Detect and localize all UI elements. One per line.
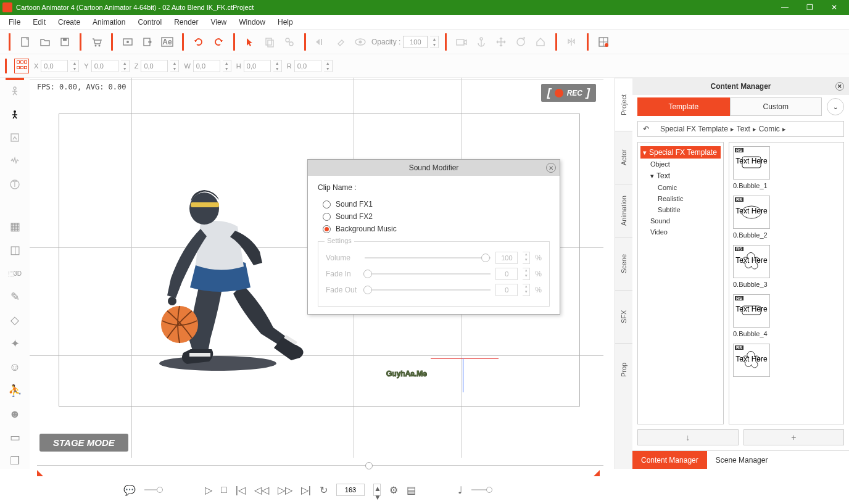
menu-edit[interactable]: Edit <box>27 16 52 28</box>
export-icon[interactable] <box>139 33 156 51</box>
btab-content-manager[interactable]: Content Manager <box>632 451 707 469</box>
frame-spinner[interactable]: ▲▼ <box>373 484 381 496</box>
tab-custom[interactable]: Custom <box>730 97 822 116</box>
spinner[interactable]: ▲▼ <box>324 60 333 72</box>
spinner[interactable]: ▲▼ <box>70 60 79 72</box>
spinner[interactable]: ▲▼ <box>273 60 282 72</box>
menu-create[interactable]: Create <box>52 16 86 28</box>
gear-icon[interactable]: ⚙ <box>389 484 398 496</box>
expand-icon[interactable]: ⌄ <box>827 98 844 115</box>
fadeout-slider[interactable] <box>365 289 491 291</box>
actor-tool-icon[interactable] <box>6 83 23 99</box>
crumb[interactable]: Text <box>737 125 750 133</box>
tree-item[interactable]: Realistic <box>640 193 721 204</box>
side-tab-prop[interactable]: Prop <box>615 343 632 396</box>
tool-icon[interactable]: ▭ <box>6 429 23 445</box>
ae-icon[interactable]: Ae <box>159 33 176 51</box>
crumb[interactable]: Special FX Template <box>660 125 728 133</box>
radio-bgmusic[interactable]: Background Music <box>318 223 550 235</box>
move-icon[interactable] <box>492 33 510 51</box>
play-back-icon[interactable] <box>312 33 329 51</box>
dialog-close-icon[interactable]: ✕ <box>546 163 556 173</box>
thumb-item[interactable]: RSText Here0.Bubble_3 <box>733 245 840 288</box>
maximize-button[interactable]: ❐ <box>797 0 822 15</box>
coord-x-input[interactable] <box>41 60 68 72</box>
fadein-input[interactable] <box>495 268 518 280</box>
loop-icon[interactable]: ↻ <box>320 484 328 496</box>
thumb-item[interactable]: RSText Here <box>733 344 840 377</box>
tree-item[interactable]: Video <box>640 226 721 238</box>
menu-control[interactable]: Control <box>131 16 168 28</box>
side-tab-project[interactable]: Project <box>615 78 632 131</box>
eye-icon[interactable] <box>352 33 369 51</box>
tree-item[interactable]: Comic <box>640 182 721 193</box>
spinner[interactable]: ▲▼ <box>170 60 179 72</box>
cart-icon[interactable] <box>88 33 105 51</box>
bone-tool-icon[interactable] <box>6 106 23 122</box>
mirror-icon[interactable] <box>563 33 581 51</box>
tool-icon[interactable]: ❐ <box>6 453 23 469</box>
canvas[interactable]: FPS: 0.00, AVG: 0.00 [REC] STAGE MODE <box>30 78 615 469</box>
tree-item[interactable]: Subtitle <box>640 204 721 215</box>
spinner[interactable]: ▲▼ <box>223 60 231 72</box>
download-button[interactable]: ↓ <box>637 429 739 445</box>
timeline-out-marker[interactable] <box>594 470 600 476</box>
grid-snap-icon[interactable] <box>14 59 29 73</box>
copy-icon[interactable] <box>261 33 278 51</box>
play-icon[interactable]: ▷ <box>205 484 212 496</box>
tree-item[interactable]: Object <box>640 159 721 170</box>
new-file-icon[interactable] <box>17 33 34 51</box>
coord-r-input[interactable] <box>294 60 321 72</box>
prev-frame-icon[interactable]: ◁◁ <box>254 484 269 496</box>
opacity-spinner[interactable]: ▲▼ <box>430 36 439 48</box>
breadcrumb[interactable]: ↶ Special FX Template▸ Text▸ Comic▸ <box>637 121 844 137</box>
thumb-item[interactable]: RSText Here0.Bubble_1 <box>733 146 840 189</box>
radio-soundfx1[interactable]: Sound FX1 <box>318 198 550 210</box>
first-frame-icon[interactable]: |◁ <box>236 484 246 496</box>
coord-w-input[interactable] <box>193 60 220 72</box>
frame-icon[interactable] <box>119 33 136 51</box>
side-tab-scene[interactable]: Scene <box>615 237 632 290</box>
coord-y-input[interactable] <box>91 60 118 72</box>
tool-icon[interactable]: ✎ <box>6 289 23 305</box>
last-frame-icon[interactable]: ▷| <box>301 484 311 496</box>
text-tool-icon[interactable]: T <box>6 176 23 192</box>
face-tool-icon[interactable]: ☺ <box>6 359 23 375</box>
music-note-icon[interactable]: ♩ <box>458 484 463 496</box>
link-icon[interactable] <box>281 33 298 51</box>
tab-template[interactable]: Template <box>637 97 730 116</box>
bubble-icon[interactable]: 💬 <box>123 484 136 496</box>
timeline-track[interactable] <box>37 465 603 469</box>
tool-icon[interactable]: ⛹ <box>6 382 23 399</box>
camera-icon[interactable] <box>453 33 470 51</box>
back-icon[interactable]: ↶ <box>643 125 649 133</box>
tree-item[interactable]: ▾ Text <box>640 170 721 182</box>
timeline-in-marker[interactable] <box>37 470 43 476</box>
fadeout-input[interactable] <box>495 284 518 296</box>
minimize-button[interactable]: — <box>772 0 797 15</box>
menu-animation[interactable]: Animation <box>86 16 131 28</box>
sprite-tool-icon[interactable] <box>6 130 23 146</box>
tool-3d-icon[interactable]: ⬚3D <box>6 265 23 281</box>
spinner[interactable]: ▲▼ <box>121 60 130 72</box>
tool-icon[interactable]: ☻ <box>6 406 23 422</box>
menu-window[interactable]: Window <box>233 16 271 28</box>
side-tab-actor[interactable]: Actor <box>615 131 632 184</box>
actor-player[interactable] <box>131 183 317 374</box>
close-button[interactable]: ✕ <box>822 0 847 15</box>
thumb-item[interactable]: RSText Here0.Bubble_4 <box>733 294 840 337</box>
redo-icon[interactable] <box>210 33 227 51</box>
opacity-input[interactable] <box>403 36 428 48</box>
next-frame-icon[interactable]: ▷▷ <box>278 484 292 496</box>
anchor-icon[interactable] <box>473 33 490 51</box>
coord-h-input[interactable] <box>244 60 271 72</box>
grid-toggle-icon[interactable] <box>595 33 612 51</box>
frame-input[interactable] <box>336 484 365 496</box>
btab-scene-manager[interactable]: Scene Manager <box>707 451 777 469</box>
undo-icon[interactable] <box>190 33 207 51</box>
spinner[interactable]: ▲▼ <box>523 268 530 280</box>
record-button[interactable]: [REC] <box>541 84 596 102</box>
select-arrow-icon[interactable] <box>241 33 259 51</box>
fadein-slider[interactable] <box>365 273 491 275</box>
thumb-item[interactable]: RSText Here0.Bubble_2 <box>733 196 840 239</box>
